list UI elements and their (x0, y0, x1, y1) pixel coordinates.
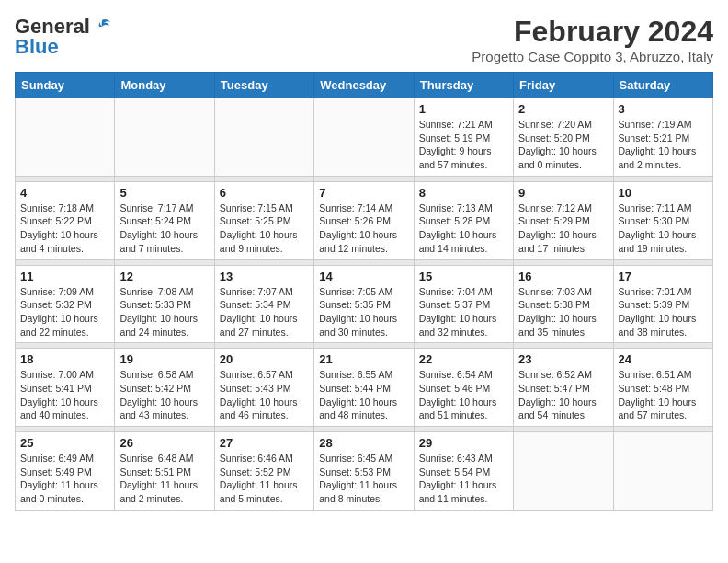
day-info: Sunrise: 7:12 AMSunset: 5:29 PMDaylight:… (518, 201, 608, 256)
day-info: Sunrise: 7:11 AMSunset: 5:30 PMDaylight:… (619, 201, 708, 256)
day-number: 7 (319, 186, 408, 200)
calendar-day-12: 12Sunrise: 7:08 AMSunset: 5:33 PMDayligh… (115, 265, 214, 343)
calendar-day-6: 6Sunrise: 7:15 AMSunset: 5:25 PMDaylight… (214, 181, 313, 259)
day-info: Sunrise: 6:43 AMSunset: 5:54 PMDaylight:… (419, 452, 508, 506)
day-number: 11 (20, 270, 109, 283)
day-info: Sunrise: 6:46 AMSunset: 5:52 PMDaylight:… (220, 452, 309, 506)
day-number: 28 (319, 436, 408, 450)
calendar-empty-cell (514, 432, 613, 511)
day-info: Sunrise: 6:54 AMSunset: 5:46 PMDaylight:… (419, 368, 508, 422)
calendar-day-24: 24Sunrise: 6:51 AMSunset: 5:48 PMDayligh… (613, 349, 712, 427)
day-number: 19 (119, 352, 209, 366)
day-number: 21 (319, 352, 408, 366)
day-number: 16 (518, 270, 608, 283)
day-number: 15 (419, 270, 508, 283)
day-info: Sunrise: 7:00 AMSunset: 5:41 PMDaylight:… (20, 368, 109, 422)
title-area: February 2024 Progetto Case Coppito 3, A… (472, 15, 713, 64)
calendar-day-8: 8Sunrise: 7:13 AMSunset: 5:28 PMDaylight… (414, 181, 513, 259)
day-header-sunday: Sunday (16, 73, 115, 98)
month-title: February 2024 (472, 15, 713, 49)
calendar-day-22: 22Sunrise: 6:54 AMSunset: 5:46 PMDayligh… (414, 349, 513, 427)
day-number: 2 (518, 102, 608, 116)
calendar-empty-cell (314, 98, 414, 177)
calendar-day-25: 25Sunrise: 6:49 AMSunset: 5:49 PMDayligh… (16, 432, 115, 511)
calendar-day-17: 17Sunrise: 7:01 AMSunset: 5:39 PMDayligh… (613, 265, 712, 343)
day-info: Sunrise: 7:19 AMSunset: 5:21 PMDaylight:… (619, 118, 708, 172)
day-number: 8 (419, 186, 508, 200)
calendar-empty-cell (214, 98, 313, 177)
calendar-table: SundayMondayTuesdayWednesdayThursdayFrid… (15, 72, 713, 511)
day-number: 17 (619, 270, 708, 283)
day-info: Sunrise: 7:17 AMSunset: 5:24 PMDaylight:… (119, 201, 209, 256)
calendar-day-9: 9Sunrise: 7:12 AMSunset: 5:29 PMDaylight… (514, 181, 613, 259)
calendar-empty-cell (613, 432, 712, 511)
day-info: Sunrise: 6:58 AMSunset: 5:42 PMDaylight:… (119, 368, 209, 422)
day-info: Sunrise: 6:51 AMSunset: 5:48 PMDaylight:… (619, 368, 708, 422)
calendar-day-21: 21Sunrise: 6:55 AMSunset: 5:44 PMDayligh… (314, 349, 414, 427)
day-number: 26 (119, 436, 209, 450)
day-header-tuesday: Tuesday (214, 73, 313, 98)
day-number: 5 (119, 186, 209, 200)
day-number: 22 (419, 352, 508, 366)
day-number: 13 (220, 270, 309, 283)
calendar-day-26: 26Sunrise: 6:48 AMSunset: 5:51 PMDayligh… (115, 432, 214, 511)
calendar-day-10: 10Sunrise: 7:11 AMSunset: 5:30 PMDayligh… (613, 181, 712, 259)
logo-blue-text: Blue (15, 35, 59, 59)
calendar-day-14: 14Sunrise: 7:05 AMSunset: 5:35 PMDayligh… (314, 265, 414, 343)
day-info: Sunrise: 6:55 AMSunset: 5:44 PMDaylight:… (319, 368, 408, 422)
day-info: Sunrise: 7:20 AMSunset: 5:20 PMDaylight:… (518, 118, 608, 172)
calendar-empty-cell (115, 98, 214, 177)
calendar-day-15: 15Sunrise: 7:04 AMSunset: 5:37 PMDayligh… (414, 265, 513, 343)
day-info: Sunrise: 7:15 AMSunset: 5:25 PMDaylight:… (220, 201, 309, 256)
location-text: Progetto Case Coppito 3, Abruzzo, Italy (472, 49, 713, 64)
calendar-day-18: 18Sunrise: 7:00 AMSunset: 5:41 PMDayligh… (16, 349, 115, 427)
calendar-week-row: 25Sunrise: 6:49 AMSunset: 5:49 PMDayligh… (16, 432, 713, 511)
calendar-day-2: 2Sunrise: 7:20 AMSunset: 5:20 PMDaylight… (514, 98, 613, 177)
day-number: 4 (20, 186, 109, 200)
day-info: Sunrise: 7:21 AMSunset: 5:19 PMDaylight:… (419, 118, 508, 172)
page-header: General Blue February 2024 Progetto Case… (15, 15, 713, 64)
day-info: Sunrise: 6:57 AMSunset: 5:43 PMDaylight:… (220, 368, 309, 422)
day-info: Sunrise: 7:04 AMSunset: 5:37 PMDaylight:… (419, 285, 508, 339)
calendar-week-row: 1Sunrise: 7:21 AMSunset: 5:19 PMDaylight… (16, 98, 713, 177)
day-number: 3 (619, 102, 708, 116)
calendar-day-19: 19Sunrise: 6:58 AMSunset: 5:42 PMDayligh… (115, 349, 214, 427)
day-info: Sunrise: 7:01 AMSunset: 5:39 PMDaylight:… (619, 285, 708, 339)
day-info: Sunrise: 7:07 AMSunset: 5:34 PMDaylight:… (220, 285, 309, 339)
day-header-monday: Monday (115, 73, 214, 98)
calendar-day-7: 7Sunrise: 7:14 AMSunset: 5:26 PMDaylight… (314, 181, 414, 259)
day-header-friday: Friday (514, 73, 613, 98)
calendar-week-row: 18Sunrise: 7:00 AMSunset: 5:41 PMDayligh… (16, 349, 713, 427)
calendar-day-1: 1Sunrise: 7:21 AMSunset: 5:19 PMDaylight… (414, 98, 513, 177)
day-number: 18 (20, 352, 109, 366)
day-info: Sunrise: 6:45 AMSunset: 5:53 PMDaylight:… (319, 452, 408, 506)
day-info: Sunrise: 6:52 AMSunset: 5:47 PMDaylight:… (518, 368, 608, 422)
day-number: 24 (619, 352, 708, 366)
day-number: 23 (518, 352, 608, 366)
day-info: Sunrise: 7:09 AMSunset: 5:32 PMDaylight:… (20, 285, 109, 339)
day-number: 12 (119, 270, 209, 283)
day-number: 10 (619, 186, 708, 200)
calendar-day-16: 16Sunrise: 7:03 AMSunset: 5:38 PMDayligh… (514, 265, 613, 343)
day-number: 6 (220, 186, 309, 200)
day-info: Sunrise: 6:48 AMSunset: 5:51 PMDaylight:… (119, 452, 209, 506)
calendar-day-23: 23Sunrise: 6:52 AMSunset: 5:47 PMDayligh… (514, 349, 613, 427)
calendar-day-13: 13Sunrise: 7:07 AMSunset: 5:34 PMDayligh… (214, 265, 313, 343)
day-info: Sunrise: 7:08 AMSunset: 5:33 PMDaylight:… (119, 285, 209, 339)
calendar-day-29: 29Sunrise: 6:43 AMSunset: 5:54 PMDayligh… (414, 432, 513, 511)
day-info: Sunrise: 7:18 AMSunset: 5:22 PMDaylight:… (20, 201, 109, 256)
day-number: 29 (419, 436, 508, 450)
calendar-week-row: 4Sunrise: 7:18 AMSunset: 5:22 PMDaylight… (16, 181, 713, 259)
day-info: Sunrise: 7:14 AMSunset: 5:26 PMDaylight:… (319, 201, 408, 256)
calendar-empty-cell (16, 98, 115, 177)
day-header-wednesday: Wednesday (314, 73, 414, 98)
calendar-week-row: 11Sunrise: 7:09 AMSunset: 5:32 PMDayligh… (16, 265, 713, 343)
day-header-thursday: Thursday (414, 73, 513, 98)
day-number: 1 (419, 102, 508, 116)
day-header-saturday: Saturday (613, 73, 712, 98)
day-info: Sunrise: 7:05 AMSunset: 5:35 PMDaylight:… (319, 285, 408, 339)
calendar-day-5: 5Sunrise: 7:17 AMSunset: 5:24 PMDaylight… (115, 181, 214, 259)
day-info: Sunrise: 6:49 AMSunset: 5:49 PMDaylight:… (20, 452, 109, 506)
calendar-day-27: 27Sunrise: 6:46 AMSunset: 5:52 PMDayligh… (214, 432, 313, 511)
day-number: 14 (319, 270, 408, 283)
